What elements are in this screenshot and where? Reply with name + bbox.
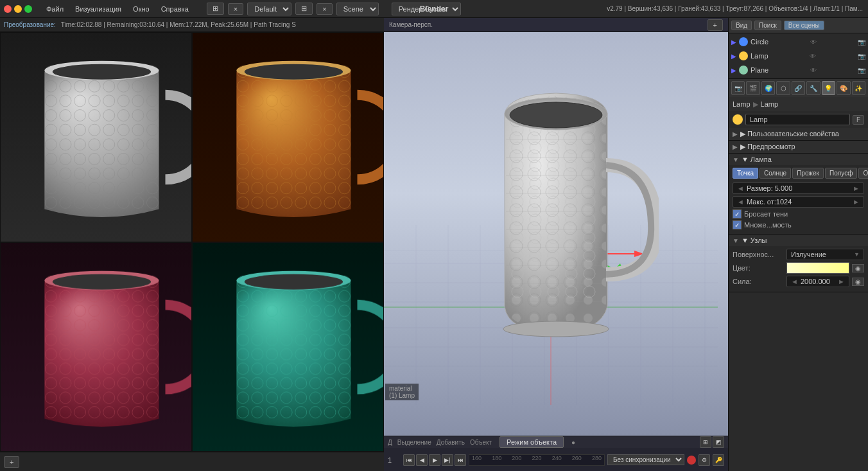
preview-label: ▶ Предпросмотр <box>740 143 795 151</box>
next-frame-btn[interactable]: ▶| <box>442 454 453 466</box>
lamp-tab-area[interactable]: Область <box>858 168 868 179</box>
cast-shadow-checkbox[interactable]: ✓ <box>733 209 742 218</box>
breadcrumb-lamp1[interactable]: Lamp <box>733 100 751 108</box>
circle-render-icon[interactable]: 📷 <box>858 39 865 46</box>
object-name-field[interactable] <box>745 114 850 125</box>
props-btn-render[interactable]: 📷 <box>731 81 745 95</box>
viewport-select-label[interactable]: Выделение <box>397 439 431 446</box>
max-field[interactable]: ◄ Макс. от:1024 ► <box>733 196 864 208</box>
viewport-object-label[interactable]: Объект <box>470 439 492 446</box>
render-red-canvas <box>1 243 191 452</box>
lamp-render-icon[interactable]: 📷 <box>858 53 865 60</box>
outliner-label-circle: Circle <box>751 38 768 46</box>
multi-checkbox[interactable]: ✓ <box>733 220 742 229</box>
color-extra-btn[interactable]: ◉ <box>852 264 864 272</box>
render-silver-canvas <box>1 33 191 242</box>
props-btn-world[interactable]: 🌍 <box>761 81 775 95</box>
scene-icon-2[interactable]: × <box>317 3 332 15</box>
props-btn-scene[interactable]: 🎬 <box>746 81 759 95</box>
timeline-anim-btn[interactable]: 🔑 <box>713 454 724 466</box>
props-btn-particles[interactable]: ✨ <box>852 81 865 95</box>
record-button[interactable] <box>687 456 696 465</box>
scene-selector[interactable]: Scene <box>336 3 379 15</box>
menu-render[interactable]: Визуализация <box>70 3 126 15</box>
props-btn-modifiers[interactable]: 🔧 <box>806 81 820 95</box>
layout-selector[interactable]: Default <box>247 3 291 15</box>
size-label: Размер: 5.000 <box>747 184 792 192</box>
lamp-eye-icon[interactable]: 👁 <box>810 53 816 60</box>
color-swatch[interactable] <box>786 262 849 274</box>
size-row: ◄ Размер: 5.000 ► <box>733 182 864 194</box>
top-bar: Файл Визуализация Окно Справка ⊞ × Defau… <box>0 0 868 18</box>
minimize-button[interactable] <box>14 5 22 13</box>
strength-label: Сила: <box>733 278 784 285</box>
scene-icon-1[interactable]: ⊞ <box>295 3 313 15</box>
user-props-arrow: ▶ <box>733 130 738 138</box>
viewport-btn-2[interactable]: ◩ <box>713 436 724 448</box>
plane-eye-icon[interactable]: 👁 <box>810 67 817 74</box>
menu-help[interactable]: Справка <box>156 3 194 15</box>
menu-file[interactable]: Файл <box>41 3 69 15</box>
circle-eye-icon[interactable]: 👁 <box>810 39 817 46</box>
plane-render-icon[interactable]: 📷 <box>858 67 865 74</box>
layout-icon-1[interactable]: ⊞ <box>207 3 224 15</box>
lamp-section-header[interactable]: ▼ ▼ Лампа <box>729 154 868 165</box>
maximize-button[interactable] <box>24 5 32 13</box>
lamp-tab-sun[interactable]: Солнце <box>759 168 791 179</box>
viewport-content[interactable]: material (1) Lamp <box>384 32 728 436</box>
preview-header[interactable]: ▶ ▶ Предпросмотр <box>729 141 868 153</box>
skip-end-btn[interactable]: ⏭ <box>455 454 466 466</box>
outliner-label-lamp: Lamp <box>751 52 768 60</box>
lamp-tab-hemi[interactable]: Полусф <box>825 168 857 179</box>
timeline-bar[interactable]: 160 180 200 220 240 260 280 <box>469 454 605 466</box>
render-time-info: Time:02:02.88 | Remaining:03:10.64 | Mem… <box>61 21 296 28</box>
layout-icon-2[interactable]: × <box>228 3 243 15</box>
viewport-add-label[interactable]: Добавить <box>437 439 465 446</box>
strength-field[interactable]: ◄ 2000.000 ► <box>786 276 849 287</box>
outliner-search-btn[interactable]: Поиск <box>754 21 781 30</box>
sync-dropdown[interactable]: Без синхронизации <box>607 454 684 465</box>
props-btn-data[interactable]: 💡 <box>822 81 835 95</box>
surface-dropdown[interactable]: Излучение ▼ <box>786 249 864 260</box>
skip-start-btn[interactable]: ⏮ <box>403 454 415 466</box>
play-btn[interactable]: ▶ <box>429 454 440 466</box>
multi-label: Множе...мость <box>744 221 792 229</box>
status-info: v2.79 | Вершин:43,636 | Граней:43,633 | … <box>607 5 863 12</box>
outliner-view-btn[interactable]: Вид <box>731 21 752 30</box>
timeline-extra-btn[interactable]: ⚙ <box>699 454 710 466</box>
user-props-header[interactable]: ▶ ▶ Пользовательские свойства <box>729 128 868 140</box>
nodes-header[interactable]: ▼ ▼ Узлы <box>729 235 868 246</box>
f-badge[interactable]: F <box>853 115 864 125</box>
viewport-select-menu[interactable]: Д <box>388 439 392 446</box>
props-btn-constraints[interactable]: 🔗 <box>792 81 805 95</box>
close-button[interactable] <box>4 5 12 13</box>
menu-window[interactable]: Окно <box>128 3 155 15</box>
viewport-menu-btn[interactable]: + <box>707 19 723 31</box>
object-mode-button[interactable]: Режим объекта <box>499 436 564 448</box>
render-cell-silver <box>0 32 192 242</box>
strength-value: 2000.000 <box>801 278 830 285</box>
props-btn-object[interactable]: ⬡ <box>776 81 790 95</box>
props-btn-material[interactable]: 🎨 <box>837 81 850 95</box>
lamp-tab-point[interactable]: Точка <box>733 168 758 179</box>
mug-3d-container <box>453 75 659 353</box>
outliner-item-plane[interactable]: ▶ Plane 👁 📷 <box>729 63 868 77</box>
cast-shadow-check: ✓ Бросает тени <box>733 209 788 218</box>
toolbar-center: ⊞ × Default ⊞ × Scene <box>207 3 379 15</box>
breadcrumb-arrow: ▶ <box>753 100 758 109</box>
transform-label: Преобразование: <box>4 21 56 28</box>
outliner-header: Вид Поиск Все сцены <box>729 18 868 33</box>
user-props-label: ▶ Пользовательские свойства <box>740 130 839 138</box>
render-bottom-btn[interactable]: + <box>4 456 19 468</box>
outliner-item-lamp[interactable]: ▶ Lamp 👁 📷 <box>729 49 868 63</box>
properties-scroll[interactable]: ▶ ▶ Пользовательские свойства ▶ ▶ Предпр… <box>729 128 868 471</box>
outliner-scenes-btn[interactable]: Все сцены <box>784 21 824 30</box>
breadcrumb-lamp2[interactable]: Lamp <box>761 100 779 108</box>
surface-value: Излучение <box>791 251 826 258</box>
lamp-tab-spot[interactable]: Прожек <box>792 168 824 179</box>
size-field[interactable]: ◄ Размер: 5.000 ► <box>733 182 864 194</box>
prev-frame-btn[interactable]: ◀ <box>416 454 428 466</box>
viewport-btn-1[interactable]: ⊞ <box>700 436 711 448</box>
strength-extra-btn[interactable]: ◉ <box>852 278 864 286</box>
outliner-item-circle[interactable]: ▶ Circle 👁 📷 <box>729 35 868 49</box>
